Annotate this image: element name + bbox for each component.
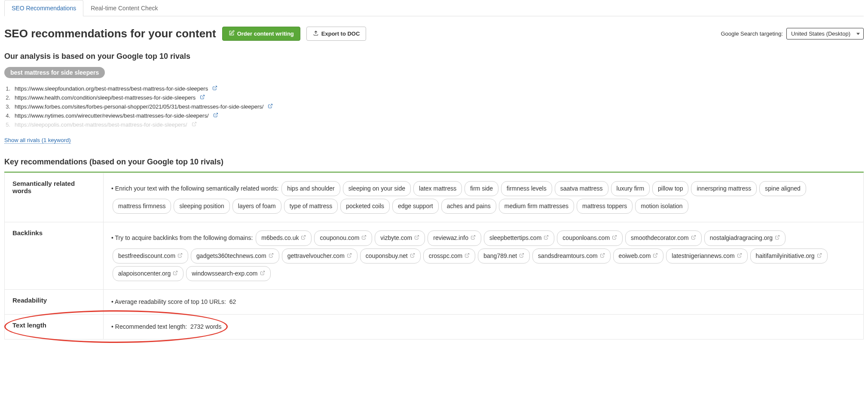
chip-label: bestfreediscount.com: [118, 251, 175, 261]
content-readability: Average readability score of top 10 URLs…: [104, 289, 864, 314]
recommendations-wrapper: Semantically related words Enrich your t…: [4, 173, 864, 339]
page-title: SEO recommendations for your content: [4, 27, 216, 40]
intro-textlength: Recommended text length:: [111, 323, 187, 330]
chip-label: latestnigeriannews.com: [672, 251, 734, 261]
backlink-domain-chip[interactable]: crosspc.com: [423, 248, 476, 264]
targeting-select[interactable]: United States (Desktop): [786, 28, 864, 39]
backlink-domain-chip[interactable]: sleepbettertips.com: [484, 230, 554, 245]
backlink-domain-chip[interactable]: smoothdecorator.com: [625, 230, 702, 245]
rival-url[interactable]: https://sleepopolis.com/best-mattress/be…: [15, 121, 187, 128]
external-link-icon[interactable]: [212, 85, 217, 92]
external-link-icon: [173, 268, 178, 279]
semantic-word-chip[interactable]: spine aligned: [759, 181, 806, 196]
header-row: SEO recommendations for your content Ord…: [4, 27, 864, 41]
semantic-word-chip[interactable]: medium firm mattresses: [499, 199, 574, 214]
backlink-domain-chip[interactable]: m6beds.co.uk: [256, 230, 312, 245]
chip-label: bang789.net: [483, 251, 517, 261]
semantic-word-chip[interactable]: saatva mattress: [555, 181, 608, 196]
edit-icon: [229, 30, 235, 37]
rival-number: 3.: [4, 103, 10, 110]
semantic-word-chip[interactable]: firmness levels: [501, 181, 552, 196]
value-textlength: 2732 words: [190, 323, 221, 330]
export-doc-label: Export to DOC: [321, 30, 360, 37]
semantic-word-chip[interactable]: mattress toppers: [577, 199, 633, 214]
backlink-domain-chip[interactable]: sandsdreamtours.com: [532, 248, 611, 264]
export-doc-button[interactable]: Export to DOC: [306, 27, 367, 41]
semantic-word-chip[interactable]: latex mattress: [413, 181, 462, 196]
intro-readability: Average readability score of top 10 URLs…: [111, 298, 226, 305]
rival-url[interactable]: https://www.health.com/condition/sleep/b…: [15, 94, 196, 101]
backlink-domain-chip[interactable]: couponloans.com: [557, 230, 623, 245]
tab-realtime-check[interactable]: Real-time Content Check: [83, 0, 165, 16]
semantic-word-chip[interactable]: sleeping on your side: [343, 181, 411, 196]
label-backlinks: Backlinks: [5, 222, 104, 290]
backlink-domain-chip[interactable]: reviewaz.info: [428, 230, 481, 245]
show-all-rivals-link[interactable]: Show all rivals (1 keyword): [4, 137, 71, 144]
rival-number: 4.: [4, 112, 10, 119]
backlink-domain-chip[interactable]: nostalgiadragracing.org: [704, 230, 785, 245]
external-link-icon: [600, 251, 605, 261]
chip-label: gettravelvoucher.com: [287, 251, 345, 261]
row-readability: Readability Average readability score of…: [5, 289, 864, 314]
backlink-domain-chip[interactable]: couponsbuy.net: [360, 248, 421, 264]
external-link-icon: [817, 251, 822, 261]
semantic-word-chip[interactable]: mattress firmness: [113, 199, 171, 214]
rivals-list: 1.https://www.sleepfoundation.org/best-m…: [4, 84, 864, 129]
backlink-domain-chip[interactable]: windowssearch-exp.com: [186, 266, 270, 281]
backlink-domain-chip[interactable]: alapoisoncenter.org: [113, 266, 183, 281]
backlink-domain-chip[interactable]: bestfreediscount.com: [113, 248, 188, 264]
semantic-word-chip[interactable]: pillow top: [652, 181, 688, 196]
semantic-word-chip[interactable]: pocketed coils: [340, 199, 390, 214]
rival-item: 1.https://www.sleepfoundation.org/best-m…: [4, 84, 864, 93]
chip-label: eoiweb.com: [619, 251, 651, 261]
order-content-button[interactable]: Order content writing: [222, 27, 300, 41]
backlink-domain-chip[interactable]: gettravelvoucher.com: [282, 248, 358, 264]
backlink-domain-chip[interactable]: bang789.net: [478, 248, 530, 264]
backlink-domain-chip[interactable]: couponou.com: [314, 230, 372, 245]
semantic-word-chip[interactable]: firm side: [465, 181, 498, 196]
chip-label: alapoisoncenter.org: [118, 268, 171, 279]
external-link-icon: [775, 233, 780, 243]
external-link-icon[interactable]: [192, 121, 197, 128]
rival-number: 2.: [4, 94, 10, 101]
rival-url[interactable]: https://www.nytimes.com/wirecutter/revie…: [15, 112, 209, 119]
tab-seo-recommendations[interactable]: SEO Recommendations: [4, 0, 83, 16]
chip-label: crosspc.com: [429, 251, 463, 261]
intro-backlinks: Try to acquire backlinks from the follow…: [111, 234, 253, 241]
label-semantic: Semantically related words: [5, 173, 104, 222]
semantic-word-chip[interactable]: edge support: [392, 199, 439, 214]
external-link-icon: [347, 251, 352, 261]
backlink-domain-chip[interactable]: haitifamilyinitiative.org: [750, 248, 828, 264]
backlink-domain-chip[interactable]: latestnigeriannews.com: [666, 248, 747, 264]
semantic-word-chip[interactable]: aches and pains: [441, 199, 496, 214]
rival-item: 5.https://sleepopolis.com/best-mattress/…: [4, 120, 864, 129]
semantic-word-chip[interactable]: motion isolation: [635, 199, 688, 214]
semantic-word-chip[interactable]: sleeping position: [174, 199, 229, 214]
backlink-domain-chip[interactable]: eoiweb.com: [613, 248, 664, 264]
chip-label: couponloans.com: [562, 233, 610, 243]
recommendations-table: Semantically related words Enrich your t…: [4, 173, 864, 339]
intro-semantic: Enrich your text with the following sema…: [111, 185, 278, 192]
chip-label: couponou.com: [320, 233, 359, 243]
rival-url[interactable]: https://www.sleepfoundation.org/best-mat…: [15, 85, 208, 92]
external-link-icon: [301, 233, 306, 243]
semantic-word-chip[interactable]: layers of foam: [232, 199, 281, 214]
targeting-control: Google Search targeting: United States (…: [721, 28, 864, 39]
semantic-word-chip[interactable]: type of mattress: [284, 199, 338, 214]
external-link-icon[interactable]: [213, 112, 218, 119]
upload-icon: [313, 30, 319, 37]
external-link-icon[interactable]: [268, 103, 273, 110]
backlink-domain-chip[interactable]: vizbyte.com: [375, 230, 425, 245]
external-link-icon: [414, 233, 419, 243]
label-textlength: Text length: [5, 315, 104, 339]
semantic-word-chip[interactable]: innerspring mattress: [691, 181, 757, 196]
rival-url[interactable]: https://www.forbes.com/sites/forbes-pers…: [15, 103, 263, 110]
row-textlength: Text length Recommended text length: 273…: [5, 315, 864, 339]
external-link-icon: [410, 251, 415, 261]
chip-label: sleepbettertips.com: [489, 233, 541, 243]
backlink-domain-chip[interactable]: gadgets360technews.com: [191, 248, 279, 264]
semantic-word-chip[interactable]: luxury firm: [611, 181, 650, 196]
external-link-icon[interactable]: [200, 94, 205, 101]
semantic-word-chip[interactable]: hips and shoulder: [281, 181, 340, 196]
content-backlinks: Try to acquire backlinks from the follow…: [104, 222, 864, 290]
